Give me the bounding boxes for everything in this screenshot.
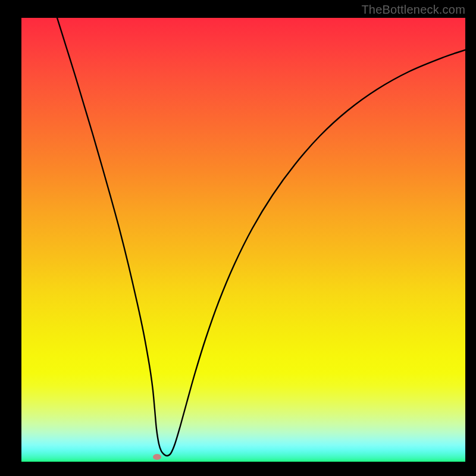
chart-plot-area [21,18,465,462]
optimum-marker [153,454,161,460]
watermark-text: TheBottleneck.com [361,3,465,17]
bottleneck-curve-path [57,18,465,456]
chart-svg [21,18,465,462]
